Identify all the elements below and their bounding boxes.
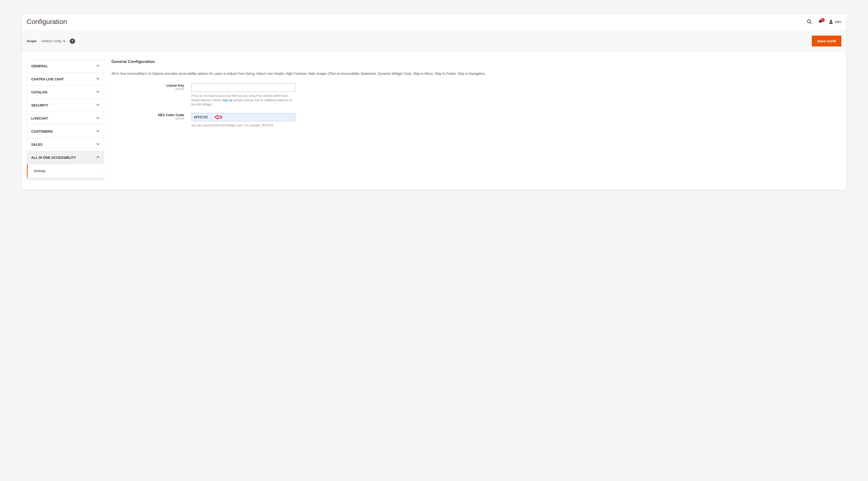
notifications-icon[interactable]: 1 bbox=[818, 19, 823, 24]
scope-left: Scope: Default Config ? bbox=[27, 38, 75, 44]
field-label-wrap: HEX Color Code [global] bbox=[112, 113, 191, 120]
header-actions: 1 adm bbox=[807, 19, 841, 25]
field-control-wrap: If You do not have License key then you … bbox=[191, 84, 296, 107]
page-title: Configuration bbox=[27, 18, 67, 26]
search-icon[interactable] bbox=[807, 19, 812, 25]
field-control-wrap: You can cutomize the ADA Widget color. F… bbox=[191, 113, 296, 128]
sidebar-item-livechat[interactable]: LIVECHAT bbox=[27, 112, 104, 125]
sidebar-item-catalog[interactable]: CATALOG bbox=[27, 86, 104, 99]
user-menu[interactable]: adm bbox=[829, 19, 841, 24]
sidebar-item-customers[interactable]: CUSTOMERS bbox=[27, 125, 104, 138]
section-description: All in One Accessiblity's UI Options pro… bbox=[112, 71, 841, 76]
svg-point-0 bbox=[807, 20, 811, 23]
save-config-button[interactable]: Save Confi bbox=[812, 36, 841, 46]
scope-selector[interactable]: Default Config bbox=[41, 39, 65, 43]
sidebar-item-security[interactable]: SECURITY bbox=[27, 99, 104, 112]
signup-link[interactable]: Sign up bbox=[222, 98, 232, 102]
field-scope: [global] bbox=[112, 117, 184, 120]
sidebar-item-general[interactable]: GENERAL bbox=[27, 60, 104, 73]
chevron-down-icon bbox=[96, 142, 99, 147]
sidebar-item-label: SECURITY bbox=[31, 103, 49, 107]
chevron-down-icon bbox=[96, 90, 99, 94]
main-panel: General Configuration All in One Accessi… bbox=[112, 59, 841, 134]
scope-bar: Scope: Default Config ? Save Confi bbox=[22, 30, 846, 52]
sidebar-item-label: GENERAL bbox=[31, 64, 48, 68]
field-label-wrap: Licese Key [global] bbox=[112, 84, 191, 90]
field-hint: You can cutomize the ADA Widget color. F… bbox=[191, 123, 296, 128]
field-label: Licese Key bbox=[166, 84, 184, 87]
help-icon[interactable]: ? bbox=[70, 38, 75, 44]
notification-badge: 1 bbox=[821, 18, 825, 22]
field-scope: [global] bbox=[112, 87, 184, 90]
sidebar-item-chatra[interactable]: CHATRA LIVE CHAT bbox=[27, 73, 104, 86]
chevron-down-icon bbox=[96, 129, 99, 133]
username: adm bbox=[835, 20, 841, 24]
sidebar-item-label: CATALOG bbox=[31, 90, 48, 94]
scope-label: Scope: bbox=[27, 39, 37, 43]
sidebar-item-sales[interactable]: SALES bbox=[27, 138, 104, 151]
chevron-down-icon bbox=[96, 116, 99, 120]
hex-color-input[interactable] bbox=[191, 113, 296, 121]
chevron-up-icon bbox=[96, 155, 99, 160]
caret-down-icon bbox=[63, 40, 65, 42]
sidebar-item-accessibility[interactable]: ALL IN ONE ACCESSIBLITY bbox=[27, 151, 104, 164]
chevron-down-icon bbox=[96, 103, 99, 107]
sidebar-item-label: CHATRA LIVE CHAT bbox=[31, 77, 64, 81]
sidebar-item-label: LIVECHAT bbox=[31, 117, 48, 120]
config-window: Configuration 1 adm Scope: Default Confi… bbox=[22, 14, 846, 190]
license-key-input[interactable] bbox=[191, 84, 296, 92]
chevron-down-icon bbox=[96, 77, 99, 81]
content: GENERAL CHATRA LIVE CHAT CATALOG SECURIT… bbox=[22, 52, 846, 190]
field-hex-color: HEX Color Code [global] You can cutomize… bbox=[112, 113, 841, 128]
chevron-down-icon bbox=[96, 64, 99, 68]
field-license-key: Licese Key [global] If You do not have L… bbox=[112, 84, 841, 107]
config-sidebar: GENERAL CHATRA LIVE CHAT CATALOG SECURIT… bbox=[27, 59, 104, 180]
scope-selected-value: Default Config bbox=[41, 39, 61, 43]
page-header: Configuration 1 adm bbox=[22, 14, 846, 30]
field-label: HEX Color Code bbox=[158, 113, 184, 117]
sidebar-divider bbox=[27, 178, 104, 180]
sidebar-item-label: SALES bbox=[31, 142, 42, 147]
sidebar-subitem-settings[interactable]: Settings bbox=[27, 164, 104, 178]
sidebar-item-label: ALL IN ONE ACCESSIBLITY bbox=[31, 156, 76, 160]
section-title: General Configuration bbox=[112, 59, 841, 64]
sidebar-item-label: CUSTOMERS bbox=[31, 129, 53, 133]
svg-line-1 bbox=[810, 23, 812, 24]
field-hint: If You do not have License key then you … bbox=[191, 94, 296, 107]
svg-point-2 bbox=[830, 20, 832, 22]
